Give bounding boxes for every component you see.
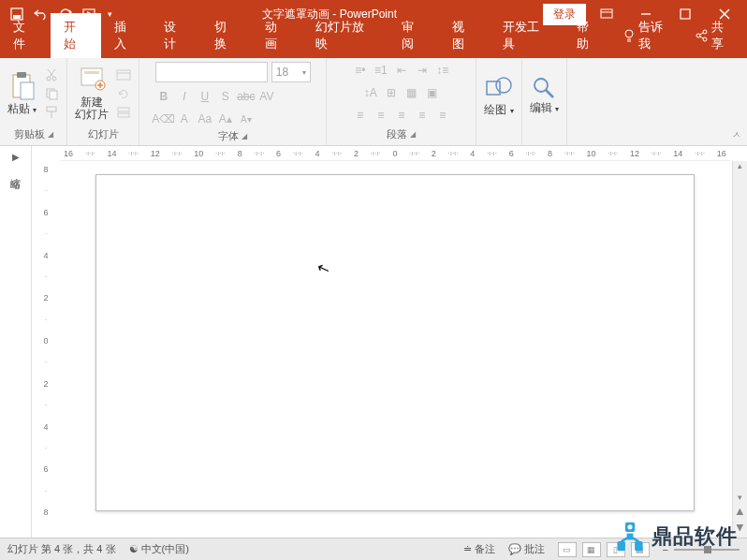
tab-animations[interactable]: 动画 bbox=[252, 13, 302, 58]
svg-point-10 bbox=[625, 30, 633, 37]
grow-font-icon[interactable]: A▴ bbox=[217, 111, 234, 127]
align-right-icon[interactable]: ≡ bbox=[393, 107, 410, 124]
cut-icon[interactable] bbox=[42, 67, 61, 82]
smartart-icon[interactable]: ▣ bbox=[424, 84, 441, 101]
align-center-icon[interactable]: ≡ bbox=[373, 107, 389, 124]
font-size-combo[interactable]: 18▾ bbox=[271, 62, 311, 82]
svg-point-43 bbox=[627, 524, 632, 529]
distributed-icon[interactable]: ≡ bbox=[434, 107, 451, 124]
share-button[interactable]: 共享 bbox=[683, 13, 747, 58]
outline-label: 缩略 bbox=[8, 169, 22, 173]
lightbulb-icon bbox=[623, 29, 635, 42]
paragraph-launcher-icon[interactable]: ◢ bbox=[410, 130, 416, 139]
notes-button[interactable]: ≐备注 bbox=[463, 542, 495, 556]
svg-point-21 bbox=[47, 77, 51, 81]
font-launcher-icon[interactable]: ◢ bbox=[242, 132, 247, 140]
start-from-beginning-icon[interactable] bbox=[79, 3, 101, 25]
align-left-icon[interactable]: ≡ bbox=[352, 107, 369, 124]
layout-icon[interactable] bbox=[114, 67, 133, 82]
underline-icon[interactable]: U bbox=[197, 88, 213, 105]
svg-rect-19 bbox=[17, 72, 26, 78]
watermark: 鼎品软件 bbox=[614, 521, 738, 553]
font-color-icon[interactable]: A bbox=[176, 111, 193, 127]
paste-button[interactable]: 粘贴 ▾ bbox=[6, 69, 38, 117]
align-text-icon[interactable]: ⊞ bbox=[383, 84, 400, 101]
tab-design[interactable]: 设计 bbox=[151, 13, 201, 58]
group-drawing: 绘图 ▾ . bbox=[476, 58, 521, 145]
shadow-icon[interactable]: S bbox=[217, 88, 234, 105]
outline-pane-toggle[interactable]: ▶ 缩略 bbox=[0, 146, 32, 538]
undo-icon[interactable] bbox=[30, 3, 52, 25]
group-font: 18▾ B I U S abc AV A⌫ A Aa A▴ A▾ 字体◢ bbox=[139, 58, 327, 145]
shrink-font-icon[interactable]: A▾ bbox=[238, 111, 255, 127]
italic-icon[interactable]: I bbox=[176, 88, 193, 105]
bullets-icon[interactable]: ≡• bbox=[352, 62, 369, 79]
svg-rect-37 bbox=[118, 113, 129, 117]
tellme-search[interactable]: 告诉我 bbox=[614, 13, 684, 58]
share-label: 共享 bbox=[711, 19, 736, 52]
notes-icon: ≐ bbox=[463, 543, 472, 555]
scroll-down-icon[interactable]: ▾ bbox=[733, 493, 747, 508]
copy-icon[interactable] bbox=[42, 86, 61, 101]
group-slides: 新建 幻灯片 幻灯片 bbox=[67, 58, 139, 145]
sorter-view-icon[interactable]: ▦ bbox=[582, 542, 601, 557]
svg-rect-26 bbox=[50, 91, 57, 99]
svg-rect-27 bbox=[47, 107, 56, 111]
font-family-combo[interactable] bbox=[155, 62, 268, 82]
group-paragraph: ≡• ≡1 ⇤ ⇥ ↕≡ ↕A ⊞ ▦ ▣ ≡ ≡ ≡ ≡ ≡ 段落◢ bbox=[327, 58, 476, 145]
svg-rect-36 bbox=[118, 108, 129, 111]
normal-view-icon[interactable]: ▭ bbox=[558, 542, 577, 557]
save-icon[interactable] bbox=[6, 3, 28, 25]
change-case-icon[interactable]: Aa bbox=[197, 111, 213, 127]
share-icon bbox=[695, 29, 708, 42]
justify-icon[interactable]: ≡ bbox=[414, 107, 431, 124]
decrease-indent-icon[interactable]: ⇤ bbox=[393, 62, 410, 79]
svg-point-2 bbox=[61, 9, 70, 19]
svg-rect-46 bbox=[635, 541, 643, 551]
svg-point-40 bbox=[535, 79, 548, 92]
svg-point-22 bbox=[52, 77, 56, 81]
bold-icon[interactable]: B bbox=[155, 88, 172, 105]
collapse-ribbon-icon[interactable]: ㅅ bbox=[732, 128, 741, 141]
vertical-ruler: 8·6·4·2·0·2·4·6·8 bbox=[32, 161, 60, 521]
svg-line-17 bbox=[700, 37, 704, 38]
quick-access-toolbar: ▾ bbox=[0, 3, 116, 25]
tab-help[interactable]: 帮助 bbox=[564, 13, 614, 58]
clear-formatting-icon[interactable]: A⌫ bbox=[155, 111, 172, 127]
columns-icon[interactable]: ▦ bbox=[403, 84, 420, 101]
editing-button[interactable]: 编辑 ▾ bbox=[528, 74, 561, 116]
character-spacing-icon[interactable]: AV bbox=[258, 88, 275, 105]
format-painter-icon[interactable] bbox=[42, 105, 61, 120]
section-icon[interactable] bbox=[114, 105, 133, 120]
slide-canvas-area: 16·ı·ı·14·ı·ı·12·ı·ı·10·ı·ı·8·ı·ı·6·ı·ı·… bbox=[32, 146, 747, 538]
strikethrough-icon[interactable]: abc bbox=[238, 88, 255, 105]
qat-customize-icon[interactable]: ▾ bbox=[103, 3, 116, 25]
slide-counter: 幻灯片 第 4 张，共 4 张 bbox=[7, 542, 116, 556]
vertical-scrollbar[interactable]: ▴ ▾ ⯅ ⯆ bbox=[732, 161, 747, 538]
text-direction-icon[interactable]: ↕A bbox=[362, 84, 379, 101]
tab-transitions[interactable]: 切换 bbox=[201, 13, 252, 58]
tab-developer[interactable]: 开发工具 bbox=[490, 13, 564, 58]
svg-line-41 bbox=[546, 90, 553, 97]
ribbon-tabs: 文件 开始 插入 设计 切换 动画 幻灯片放映 审阅 视图 开发工具 帮助 告诉… bbox=[0, 28, 747, 58]
increase-indent-icon[interactable]: ⇥ bbox=[414, 62, 431, 79]
scroll-up-icon[interactable]: ▴ bbox=[733, 161, 747, 176]
redo-icon[interactable] bbox=[54, 3, 77, 25]
svg-rect-45 bbox=[617, 541, 625, 551]
svg-rect-34 bbox=[117, 70, 130, 80]
numbering-icon[interactable]: ≡1 bbox=[373, 62, 389, 79]
svg-rect-1 bbox=[13, 15, 21, 19]
clipboard-launcher-icon[interactable]: ◢ bbox=[48, 130, 53, 139]
slide-canvas[interactable]: ↖ bbox=[95, 174, 695, 511]
line-spacing-icon[interactable]: ↕≡ bbox=[434, 62, 451, 79]
language-indicator[interactable]: ☯中文(中国) bbox=[129, 542, 189, 556]
comments-button[interactable]: 💬批注 bbox=[508, 542, 545, 556]
svg-rect-38 bbox=[487, 81, 500, 95]
tab-review[interactable]: 审阅 bbox=[388, 13, 439, 58]
tab-slideshow[interactable]: 幻灯片放映 bbox=[302, 13, 388, 58]
new-slide-button[interactable]: 新建 幻灯片 bbox=[73, 65, 110, 123]
tab-view[interactable]: 视图 bbox=[439, 13, 490, 58]
mouse-cursor-icon: ↖ bbox=[315, 258, 332, 278]
reset-icon[interactable] bbox=[114, 86, 133, 101]
drawing-button[interactable]: 绘图 ▾ bbox=[482, 72, 515, 118]
